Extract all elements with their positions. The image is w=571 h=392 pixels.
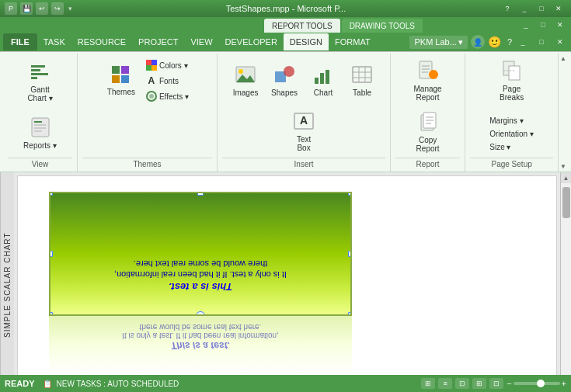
- menu-close-button[interactable]: ✕: [552, 36, 568, 48]
- zoom-slider[interactable]: [514, 382, 560, 385]
- effects-icon: [146, 91, 157, 102]
- gantt-chart-icon: [28, 59, 53, 84]
- ribbon-scroll-down[interactable]: ▼: [559, 163, 568, 170]
- fonts-button[interactable]: A Fonts: [143, 74, 192, 88]
- file-menu[interactable]: FILE: [3, 33, 37, 50]
- pkm-lab-button[interactable]: PKM Lab... ▾: [409, 36, 467, 49]
- undo-icon[interactable]: ↩: [36, 2, 48, 15]
- svg-rect-8: [34, 130, 42, 132]
- gantt-chart-button[interactable]: GanttChart ▾: [22, 56, 59, 106]
- menu-task[interactable]: TASK: [37, 33, 71, 50]
- colors-button[interactable]: Colors ▾: [143, 58, 192, 72]
- title-bar-left: P 💾 ↩ ↪ ▾: [5, 2, 72, 15]
- app-tabs: REPORT TOOLS DRAWING TOOLS _ □ ✕: [0, 17, 571, 33]
- scroll-track[interactable]: [561, 183, 571, 387]
- themes-group-label: Themes: [82, 158, 212, 170]
- zoom-minus-button[interactable]: −: [507, 379, 511, 388]
- svg-rect-9: [112, 66, 120, 74]
- menu-minimize-button[interactable]: _: [515, 36, 531, 48]
- handle-tl[interactable]: [49, 192, 53, 196]
- view-btn-2[interactable]: ≡: [438, 378, 452, 389]
- status-task-mode-icon: 📋: [43, 380, 52, 388]
- reflection-text-area: This is a test. It is only a test. If it…: [49, 320, 352, 354]
- view-btn-3[interactable]: ⊡: [455, 378, 469, 389]
- chart-box[interactable]: This is a test. It is only a test. If it…: [49, 192, 352, 316]
- menu-design[interactable]: DESIGN: [284, 33, 329, 50]
- page-setup-group-label: Page Setup: [470, 158, 553, 170]
- reports-button[interactable]: Reports ▾: [22, 109, 59, 155]
- help-icon[interactable]: ?: [507, 37, 512, 47]
- chart-button[interactable]: Chart: [305, 56, 342, 102]
- view-btn-4[interactable]: ⊞: [472, 378, 486, 389]
- chart-text-line2: It is only a test. If it had been real i…: [57, 270, 344, 279]
- fonts-label: Fonts: [159, 77, 179, 85]
- manage-report-button[interactable]: ManageReport: [409, 55, 447, 105]
- size-button[interactable]: Size ▾: [486, 141, 537, 153]
- page-breaks-icon: [500, 58, 524, 83]
- view-btn-5[interactable]: ⊡: [489, 378, 503, 389]
- smiley-icon[interactable]: 🙂: [488, 36, 501, 48]
- margins-button[interactable]: Margins ▾: [486, 115, 537, 127]
- svg-rect-3: [31, 77, 37, 79]
- svg-rect-11: [112, 75, 120, 83]
- images-label: Images: [233, 88, 259, 97]
- themes-button[interactable]: Themes: [103, 55, 140, 102]
- report-group-label: Report: [395, 158, 460, 170]
- handle-tr[interactable]: [348, 192, 352, 196]
- zoom-plus-button[interactable]: +: [562, 379, 566, 388]
- chart-text-line3: there would be some real text here.: [57, 259, 344, 269]
- page-setup-group-items: PageBreaks Margins ▾ Orientation ▾ Size …: [470, 55, 553, 156]
- menu-project[interactable]: PROJECT: [132, 33, 184, 50]
- shapes-button[interactable]: Shapes: [266, 56, 303, 102]
- tab-drawing-tools[interactable]: DRAWING TOOLS: [342, 19, 423, 33]
- canvas-area[interactable]: This is a test. It is only a test. If it…: [17, 175, 557, 392]
- app-minimize-button[interactable]: _: [518, 19, 534, 31]
- zoom-thumb[interactable]: [537, 380, 545, 387]
- colors-icon: [146, 60, 157, 71]
- ribbon-scroll-up[interactable]: ▲: [559, 55, 568, 62]
- effects-button[interactable]: Effects ▾: [143, 89, 192, 103]
- scroll-thumb[interactable]: [562, 187, 570, 218]
- menu-developer[interactable]: DEVELOPER: [219, 33, 284, 50]
- user-avatar[interactable]: 👤: [471, 35, 485, 49]
- reflection-line2: It is only a test. If it had been real i…: [52, 331, 349, 340]
- ribbon: GanttChart ▾ Reports ▾ View: [0, 51, 571, 172]
- tab-report-tools[interactable]: REPORT TOOLS: [264, 19, 340, 33]
- handle-tm[interactable]: [197, 192, 204, 196]
- images-button[interactable]: Images: [227, 56, 264, 102]
- app-maximize-button[interactable]: □: [535, 19, 551, 31]
- themes-label: Themes: [107, 88, 135, 96]
- app-close-button[interactable]: ✕: [552, 19, 568, 31]
- status-task-mode: NEW TASKS : AUTO SCHEDULED: [57, 380, 179, 388]
- save-icon[interactable]: 💾: [20, 2, 33, 15]
- copy-report-label: CopyReport: [416, 136, 440, 153]
- minimize-button[interactable]: ?: [500, 2, 515, 15]
- orientation-button[interactable]: Orientation ▾: [486, 128, 537, 140]
- menu-view[interactable]: VIEW: [184, 33, 218, 50]
- text-box-button[interactable]: A TextBox: [285, 106, 322, 155]
- svg-point-24: [284, 66, 294, 77]
- menu-restore-button[interactable]: □: [534, 36, 549, 48]
- chart-container: This is a test. It is only a test. If it…: [49, 192, 352, 378]
- images-icon: [233, 62, 258, 87]
- title-bar: P 💾 ↩ ↪ ▾ TestShapes.mpp - Microsoft P..…: [0, 0, 571, 17]
- svg-rect-2: [31, 73, 48, 75]
- svg-point-19: [149, 94, 154, 99]
- maximize-button[interactable]: □: [534, 2, 549, 15]
- menu-format[interactable]: FORMAT: [329, 33, 377, 50]
- view-btn-1[interactable]: ⊞: [421, 378, 435, 389]
- scroll-up-button[interactable]: ▲: [561, 172, 572, 183]
- reports-label: Reports ▾: [23, 141, 57, 150]
- reports-icon: [28, 115, 53, 140]
- copy-report-button[interactable]: CopyReport: [409, 106, 447, 156]
- close-button[interactable]: ✕: [551, 2, 566, 15]
- gantt-chart-label: GanttChart ▾: [27, 85, 52, 102]
- menu-resource[interactable]: RESOURCE: [71, 33, 132, 50]
- page-breaks-button[interactable]: PageBreaks: [493, 55, 531, 105]
- view-group-items: GanttChart ▾ Reports ▾: [8, 55, 72, 156]
- help-button[interactable]: _: [517, 2, 532, 15]
- redo-icon[interactable]: ↪: [51, 2, 64, 15]
- table-button[interactable]: Table: [343, 56, 381, 102]
- ribbon-group-page-setup: PageBreaks Margins ▾ Orientation ▾ Size …: [465, 54, 559, 172]
- gantt-dropdown-icon: ▾: [49, 94, 53, 102]
